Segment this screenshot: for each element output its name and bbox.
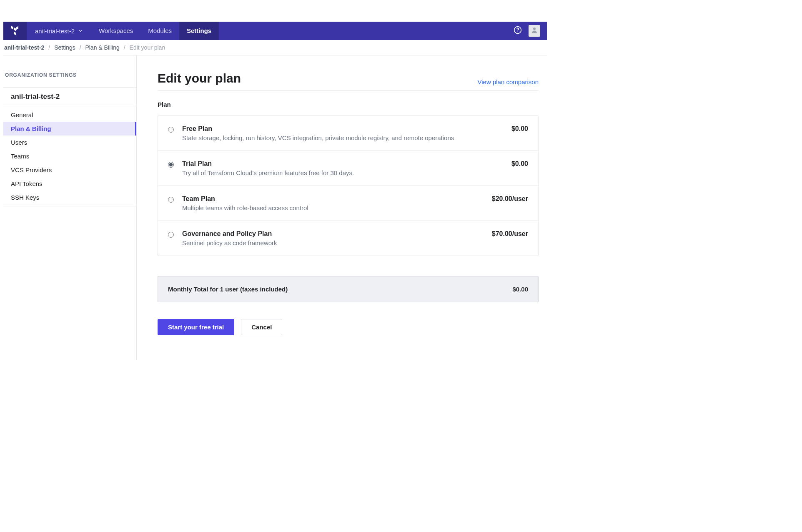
plan-price: $20.00/user — [492, 195, 528, 203]
sidebar: ORGANIZATION SETTINGS anil-trial-test-2 … — [3, 55, 137, 360]
plan-title: Free Plan — [182, 125, 503, 133]
view-plan-comparison-link[interactable]: View plan comparison — [478, 78, 539, 85]
sidebar-item-plan-billing[interactable]: Plan & Billing — [3, 122, 136, 136]
plan-option-team[interactable]: Team Plan Multiple teams with role-based… — [158, 186, 538, 221]
total-value: $0.00 — [512, 286, 528, 293]
plan-price: $70.00/user — [492, 230, 528, 238]
crumb-org[interactable]: anil-trial-test-2 — [4, 44, 44, 51]
page-title: Edit your plan — [158, 71, 241, 85]
svg-point-2 — [533, 28, 536, 30]
plan-radio[interactable] — [168, 197, 174, 204]
user-icon — [531, 26, 538, 35]
plan-option-governance[interactable]: Governance and Policy Plan Sentinel poli… — [158, 221, 538, 256]
crumb-billing[interactable]: Plan & Billing — [85, 44, 120, 51]
nav-workspaces[interactable]: Workspaces — [91, 22, 140, 40]
sidebar-item-users[interactable]: Users — [3, 136, 136, 149]
plan-radio[interactable] — [168, 162, 174, 169]
crumb-edit-plan: Edit your plan — [130, 44, 165, 51]
cancel-button[interactable]: Cancel — [241, 319, 282, 335]
svg-point-1 — [517, 32, 518, 32]
sidebar-item-vcs[interactable]: VCS Providers — [3, 163, 136, 177]
plan-section-label: Plan — [158, 101, 539, 108]
org-switcher-label: anil-trial-test-2 — [35, 28, 75, 35]
main-content: Edit your plan View plan comparison Plan… — [137, 55, 547, 360]
sidebar-item-api-tokens[interactable]: API Tokens — [3, 177, 136, 191]
plan-desc: State storage, locking, run history, VCS… — [182, 134, 503, 141]
plan-title: Trial Plan — [182, 160, 503, 168]
plan-title: Governance and Policy Plan — [182, 230, 484, 238]
topbar: anil-trial-test-2 Workspaces Modules Set… — [3, 22, 547, 40]
plan-title: Team Plan — [182, 195, 484, 203]
plan-desc: Try all of Terraform Cloud's premium fea… — [182, 169, 503, 176]
sidebar-item-teams[interactable]: Teams — [3, 149, 136, 163]
plan-price: $0.00 — [511, 160, 528, 168]
plan-price: $0.00 — [511, 125, 528, 133]
plan-desc: Sentinel policy as code framework — [182, 239, 484, 246]
help-icon — [514, 26, 522, 36]
plan-list: Free Plan State storage, locking, run hi… — [158, 115, 539, 256]
start-trial-button[interactable]: Start your free trial — [158, 319, 234, 335]
help-button[interactable] — [512, 25, 524, 37]
monthly-total: Monthly Total for 1 user (taxes included… — [158, 276, 539, 302]
org-switcher[interactable]: anil-trial-test-2 — [27, 28, 91, 35]
plan-option-free[interactable]: Free Plan State storage, locking, run hi… — [158, 116, 538, 151]
nav-settings[interactable]: Settings — [179, 22, 219, 40]
nav-modules[interactable]: Modules — [140, 22, 179, 40]
top-nav: Workspaces Modules Settings — [91, 22, 219, 40]
total-label: Monthly Total for 1 user (taxes included… — [168, 286, 288, 293]
sidebar-org-name: anil-trial-test-2 — [3, 87, 136, 106]
terraform-logo-icon — [10, 25, 20, 37]
sidebar-item-ssh-keys[interactable]: SSH Keys — [3, 191, 136, 204]
user-avatar[interactable] — [529, 25, 540, 37]
plan-radio[interactable] — [168, 127, 174, 134]
sidebar-section-label: ORGANIZATION SETTINGS — [3, 72, 136, 87]
breadcrumb: anil-trial-test-2 / Settings / Plan & Bi… — [3, 40, 547, 55]
sidebar-item-general[interactable]: General — [3, 108, 136, 122]
logo[interactable] — [3, 22, 27, 40]
plan-option-trial[interactable]: Trial Plan Try all of Terraform Cloud's … — [158, 151, 538, 186]
chevron-down-icon — [78, 28, 83, 33]
crumb-settings[interactable]: Settings — [54, 44, 75, 51]
plan-desc: Multiple teams with role-based access co… — [182, 204, 484, 211]
plan-radio[interactable] — [168, 232, 174, 239]
